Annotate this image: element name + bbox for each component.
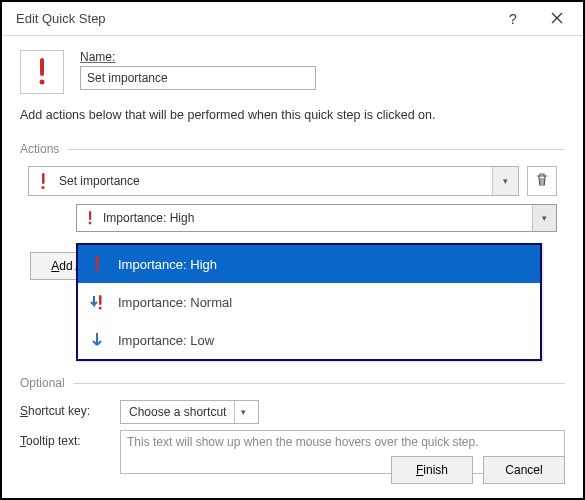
close-button[interactable] bbox=[535, 4, 579, 34]
delete-action-button[interactable] bbox=[527, 166, 557, 196]
importance-normal-icon bbox=[88, 293, 106, 311]
dialog-footer: Finish Cancel bbox=[391, 456, 565, 484]
dropdown-item-label: Importance: Normal bbox=[118, 295, 232, 310]
dropdown-item-label: Importance: High bbox=[118, 257, 217, 272]
trash-icon bbox=[534, 172, 550, 191]
instruction-text: Add actions below that will be performed… bbox=[20, 108, 565, 122]
importance-dropdown[interactable]: Importance: HighImportance: NormalImport… bbox=[76, 243, 542, 361]
dropdown-item-label: Importance: Low bbox=[118, 333, 214, 348]
dialog-body: Name: Add actions below that will be per… bbox=[2, 36, 583, 494]
svg-point-3 bbox=[41, 186, 44, 189]
name-input[interactable] bbox=[80, 66, 316, 90]
close-icon bbox=[551, 11, 563, 27]
shortcut-select[interactable]: Choose a shortcut ▾ bbox=[120, 400, 259, 424]
importance-high-icon bbox=[29, 172, 57, 190]
svg-point-9 bbox=[99, 307, 102, 310]
svg-point-5 bbox=[89, 222, 92, 225]
svg-rect-6 bbox=[96, 256, 99, 267]
action-row: Set importance ▾ bbox=[28, 166, 557, 196]
action-combo[interactable]: Set importance ▾ bbox=[28, 166, 519, 196]
help-button[interactable]: ? bbox=[491, 4, 535, 34]
dialog-title: Edit Quick Step bbox=[16, 11, 491, 26]
importance-high-icon bbox=[35, 56, 49, 89]
svg-rect-2 bbox=[42, 173, 45, 184]
tooltip-placeholder: This text will show up when the mouse ho… bbox=[127, 435, 479, 449]
shortcut-row: Shortcut key: Choose a shortcut ▾ bbox=[20, 400, 565, 424]
action-combo-label: Set importance bbox=[57, 174, 492, 188]
dropdown-item-1[interactable]: Importance: Normal bbox=[78, 283, 540, 321]
svg-point-1 bbox=[40, 79, 45, 84]
dropdown-item-2[interactable]: Importance: Low bbox=[78, 321, 540, 359]
chevron-down-icon: ▾ bbox=[234, 401, 252, 423]
svg-rect-0 bbox=[40, 58, 44, 76]
shortcut-label: Shortcut key: bbox=[20, 400, 120, 418]
actions-label: Actions bbox=[20, 142, 59, 156]
importance-combo-label: Importance: High bbox=[103, 211, 532, 225]
importance-high-icon bbox=[77, 210, 103, 226]
name-label: Name: bbox=[80, 50, 565, 64]
help-icon: ? bbox=[509, 11, 517, 27]
divider bbox=[67, 149, 565, 150]
dropdown-item-0[interactable]: Importance: High bbox=[78, 245, 540, 283]
svg-point-7 bbox=[95, 269, 99, 273]
svg-rect-8 bbox=[99, 295, 102, 305]
svg-rect-4 bbox=[89, 211, 91, 220]
chevron-down-icon: ▾ bbox=[532, 205, 556, 231]
importance-high-icon bbox=[88, 255, 106, 273]
titlebar: Edit Quick Step ? bbox=[2, 2, 583, 36]
tooltip-label: Tooltip text: bbox=[20, 430, 120, 448]
actions-section-header: Actions bbox=[20, 142, 565, 156]
importance-combo[interactable]: Importance: High ▾ bbox=[76, 204, 557, 232]
shortcut-value: Choose a shortcut bbox=[129, 405, 226, 419]
divider bbox=[73, 383, 565, 384]
cancel-button[interactable]: Cancel bbox=[483, 456, 565, 484]
finish-button[interactable]: Finish bbox=[391, 456, 473, 484]
chevron-down-icon: ▾ bbox=[492, 167, 518, 195]
optional-label: Optional bbox=[20, 376, 65, 390]
optional-section-header: Optional bbox=[20, 376, 565, 390]
quickstep-icon-button[interactable] bbox=[20, 50, 64, 94]
header-row: Name: bbox=[20, 50, 565, 94]
importance-low-icon bbox=[88, 331, 106, 349]
